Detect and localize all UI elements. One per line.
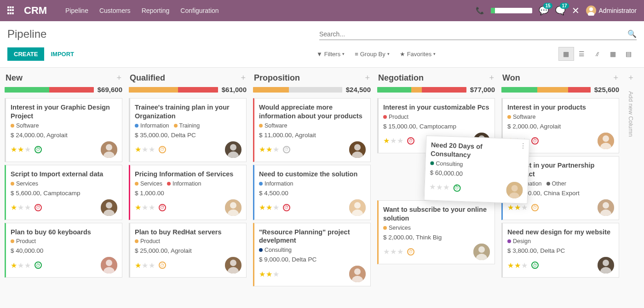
- star-icon[interactable]: ★: [273, 270, 279, 279]
- kanban-card[interactable]: Want to subscribe to your online solutio…: [377, 200, 495, 264]
- kanban-card[interactable]: Need to customize the solutionInformatio…: [253, 165, 371, 220]
- activity-icon[interactable]: ⏱: [34, 262, 42, 269]
- star-icon[interactable]: ★: [443, 183, 450, 192]
- column-add-icon[interactable]: +: [489, 73, 494, 83]
- priority-stars[interactable]: ★★★: [259, 145, 279, 154]
- create-button[interactable]: CREATE: [7, 47, 44, 61]
- star-icon[interactable]: ★: [135, 203, 141, 212]
- column-add-icon[interactable]: +: [241, 73, 246, 83]
- star-icon[interactable]: ★: [149, 145, 155, 154]
- star-icon[interactable]: ★: [17, 145, 24, 154]
- avatar[interactable]: [101, 199, 117, 216]
- star-icon[interactable]: ★: [514, 203, 521, 212]
- star-icon[interactable]: ★: [135, 145, 141, 154]
- kanban-card[interactable]: Pricing Information of ServicesServicesI…: [129, 165, 247, 220]
- nav-link-pipeline[interactable]: Pipeline: [65, 7, 88, 14]
- star-icon[interactable]: ★: [17, 261, 24, 270]
- import-button[interactable]: IMPORT: [51, 51, 74, 58]
- avatar[interactable]: [473, 244, 490, 260]
- activity-icon[interactable]: ⏱: [34, 146, 42, 153]
- nav-link-customers[interactable]: Customers: [99, 7, 131, 14]
- card-menu-icon[interactable]: ⋮: [520, 142, 527, 149]
- avatar[interactable]: [225, 141, 242, 158]
- star-icon[interactable]: ★: [259, 270, 265, 279]
- nav-link-reporting[interactable]: Reporting: [142, 7, 170, 14]
- star-icon[interactable]: ★: [266, 145, 272, 154]
- nav-link-configuration[interactable]: Configuration: [180, 7, 218, 14]
- close-icon[interactable]: ✕: [572, 5, 580, 16]
- activity-icon[interactable]: ⏱: [159, 262, 166, 269]
- star-icon[interactable]: ★: [507, 203, 514, 212]
- priority-stars[interactable]: ★★★: [11, 203, 31, 212]
- column-add-icon[interactable]: +: [116, 73, 121, 83]
- kanban-card[interactable]: Script to Import external dataServices$ …: [5, 165, 122, 220]
- kanban-card[interactable]: "Resource Planning" project develpmentCo…: [253, 223, 371, 287]
- star-icon[interactable]: ★: [24, 145, 31, 154]
- groupby-dropdown[interactable]: ≡ Group By ▾: [355, 51, 390, 58]
- star-icon[interactable]: ★: [259, 145, 265, 154]
- progress-indicator[interactable]: [491, 8, 532, 13]
- priority-stars[interactable]: ★★★: [429, 183, 450, 192]
- priority-stars[interactable]: ★★★: [507, 261, 528, 270]
- star-icon[interactable]: ★: [273, 203, 279, 212]
- star-icon[interactable]: ★: [11, 261, 17, 270]
- star-icon[interactable]: ★: [149, 261, 155, 270]
- apps-icon[interactable]: [7, 6, 16, 15]
- star-icon[interactable]: ★: [390, 247, 397, 256]
- priority-stars[interactable]: ★★★: [259, 270, 279, 279]
- activity-icon[interactable]: ⏱: [453, 184, 461, 192]
- activity-icon[interactable]: ⏱: [34, 204, 42, 211]
- priority-stars[interactable]: ★★★: [135, 203, 155, 212]
- star-icon[interactable]: ★: [24, 261, 31, 270]
- star-icon[interactable]: ★: [390, 136, 397, 145]
- activity-icon[interactable]: ⏱: [531, 204, 539, 211]
- star-icon[interactable]: ★: [142, 203, 148, 212]
- kanban-card[interactable]: Plan to buy 60 keyboardsProduct$ 40,000.…: [5, 223, 122, 278]
- star-icon[interactable]: ★: [397, 136, 403, 145]
- priority-stars[interactable]: ★★★: [135, 261, 155, 270]
- priority-stars[interactable]: ★★★: [259, 203, 279, 212]
- priority-stars[interactable]: ★★★: [383, 136, 403, 145]
- star-icon[interactable]: ★: [436, 183, 443, 192]
- avatar[interactable]: [225, 257, 242, 273]
- priority-stars[interactable]: ★★★: [383, 247, 403, 256]
- star-icon[interactable]: ★: [507, 261, 514, 270]
- activity-icon[interactable]: ⏱: [531, 262, 539, 269]
- view-kanban[interactable]: ▦: [558, 47, 574, 61]
- priority-stars[interactable]: ★★★: [11, 261, 31, 270]
- star-icon[interactable]: ★: [397, 247, 403, 256]
- star-icon[interactable]: ★: [521, 203, 528, 212]
- star-icon[interactable]: ★: [383, 136, 390, 145]
- dragging-card[interactable]: ⋮ Need 20 Days of Consultancy Consulting…: [424, 135, 530, 203]
- view-graph[interactable]: ⫽: [590, 47, 605, 61]
- kanban-card[interactable]: Would appreciate more information about …: [253, 98, 371, 162]
- avatar[interactable]: [101, 257, 117, 273]
- search-icon[interactable]: 🔍: [627, 29, 637, 38]
- add-column-label[interactable]: Add new Column: [626, 87, 636, 141]
- star-icon[interactable]: ★: [259, 203, 265, 212]
- kanban-card[interactable]: Interest in your Graphic Design ProjectS…: [5, 98, 122, 162]
- avatar[interactable]: [225, 199, 242, 216]
- activity-icon[interactable]: ⏱: [283, 204, 290, 211]
- priority-stars[interactable]: ★★★: [507, 203, 528, 212]
- star-icon[interactable]: ★: [142, 145, 148, 154]
- avatar[interactable]: [349, 266, 366, 282]
- activity-icon[interactable]: ⏱: [531, 137, 539, 145]
- priority-stars[interactable]: ★★★: [11, 145, 31, 154]
- avatar[interactable]: [349, 199, 366, 216]
- view-calendar[interactable]: ▦: [605, 47, 621, 61]
- filters-dropdown[interactable]: ▼︎ Filters ▾: [316, 51, 345, 58]
- avatar[interactable]: [506, 181, 523, 198]
- phone-icon[interactable]: 📞: [476, 6, 484, 15]
- column-add-icon[interactable]: +: [365, 73, 370, 83]
- column-add-icon[interactable]: +: [613, 73, 618, 83]
- activity-icon[interactable]: ⏱: [283, 146, 290, 153]
- star-icon[interactable]: ★: [514, 261, 521, 270]
- avatar[interactable]: [598, 133, 614, 149]
- activity-icon[interactable]: ⏱: [407, 137, 414, 145]
- conversations-icon[interactable]: 🗨️17: [555, 6, 565, 16]
- star-icon[interactable]: ★: [11, 145, 17, 154]
- star-icon[interactable]: ★: [149, 203, 155, 212]
- activity-icon[interactable]: ⏱: [159, 204, 166, 211]
- star-icon[interactable]: ★: [11, 203, 17, 212]
